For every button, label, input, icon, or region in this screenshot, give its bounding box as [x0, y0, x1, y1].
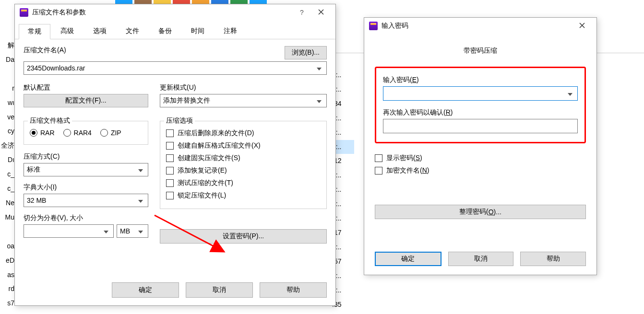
radio-icon — [30, 129, 37, 137]
checkbox-icon — [375, 167, 382, 174]
option-checkbox[interactable]: 锁定压缩文件(L) — [166, 189, 321, 202]
format-radio-zip[interactable]: ZIP — [100, 129, 121, 137]
tab-文件[interactable]: 文件 — [117, 23, 148, 39]
tabs: 常规高级选项文件备份时间注释 — [15, 21, 335, 39]
format-radio-rar[interactable]: RAR — [30, 129, 55, 137]
split-unit-combo[interactable]: MB — [117, 224, 148, 238]
tab-选项[interactable]: 选项 — [84, 23, 116, 39]
options-list: 压缩后删除原来的文件(D)创建自解压格式压缩文件(X)创建固实压缩文件(S)添加… — [166, 127, 321, 202]
archive-params-dialog: 压缩文件名和参数 ? 常规高级选项文件备份时间注释 压缩文件名(A) 浏览(B)… — [14, 4, 336, 306]
dict-label: 字典大小(I) — [24, 183, 148, 192]
tab-常规[interactable]: 常规 — [19, 24, 50, 39]
chevron-down-icon[interactable] — [102, 227, 110, 235]
ok-button[interactable]: 确定 — [112, 282, 179, 298]
archive-name-value: 2345Downloads.rar — [27, 64, 85, 72]
checkbox-icon — [166, 154, 174, 162]
format-radios: RARRAR4ZIP — [30, 129, 142, 137]
radio-icon — [100, 129, 108, 137]
set-password-button[interactable]: 设置密码(P)... — [160, 229, 327, 244]
cancel-button[interactable]: 取消 — [186, 282, 253, 298]
options-group-label: 压缩选项 — [164, 116, 195, 125]
split-label: 切分为分卷(V), 大小 — [24, 214, 148, 222]
help-button[interactable]: 帮助 — [260, 282, 327, 298]
chevron-down-icon[interactable] — [136, 166, 145, 174]
method-combo[interactable]: 标准 — [24, 163, 148, 176]
checkbox-icon — [166, 192, 174, 199]
chevron-down-icon[interactable] — [566, 90, 574, 97]
profiles-button[interactable]: 配置文件(F)... — [24, 94, 148, 107]
default-profile-label: 默认配置 — [24, 83, 148, 92]
cancel-button[interactable]: 取消 — [448, 252, 514, 266]
tab-注释[interactable]: 注释 — [215, 23, 246, 39]
tab-备份[interactable]: 备份 — [149, 23, 181, 39]
close-icon[interactable] — [311, 9, 331, 16]
method-label: 压缩方式(C) — [24, 152, 148, 161]
format-radio-rar4[interactable]: RAR4 — [63, 129, 92, 137]
format-group-label: 压缩文件格式 — [28, 116, 72, 125]
update-mode-label: 更新模式(U) — [160, 83, 327, 92]
checkbox-icon — [166, 129, 174, 137]
password-input[interactable] — [383, 86, 578, 101]
close-icon[interactable] — [572, 22, 592, 30]
chevron-down-icon[interactable] — [136, 197, 145, 204]
help-icon[interactable]: ? — [292, 9, 311, 16]
titlebar: 输入密码 — [364, 18, 596, 34]
archive-name-label: 压缩文件名(A) — [24, 46, 66, 55]
password-heading: 带密码压缩 — [375, 47, 586, 55]
tab-高级[interactable]: 高级 — [51, 23, 83, 39]
annotation-highlight-box: 输入密码(E) 再次输入密码以确认(R) — [375, 67, 586, 143]
archive-name-combo[interactable]: 2345Downloads.rar — [24, 61, 327, 75]
update-mode-combo[interactable]: 添加并替换文件 — [160, 94, 327, 107]
radio-icon — [63, 129, 71, 137]
chevron-down-icon[interactable] — [136, 227, 145, 235]
chevron-down-icon[interactable] — [315, 97, 323, 105]
option-checkbox[interactable]: 添加恢复记录(E) — [166, 164, 321, 177]
dialog-title: 输入密码 — [382, 22, 572, 30]
browse-button[interactable]: 浏览(B)... — [285, 46, 327, 59]
password-dialog: 输入密码 带密码压缩 输入密码(E) 再次输入密码以确认(R) 显示密码(S) — [364, 17, 597, 275]
confirm-password-label: 再次输入密码以确认(R) — [383, 108, 578, 117]
confirm-password-input[interactable] — [383, 119, 578, 133]
encrypt-filenames-checkbox[interactable]: 加密文件名(N) — [375, 164, 586, 177]
dict-combo[interactable]: 32 MB — [24, 194, 148, 207]
winrar-icon — [369, 22, 378, 30]
option-checkbox[interactable]: 创建固实压缩文件(S) — [166, 152, 321, 164]
chevron-down-icon[interactable] — [315, 64, 323, 72]
option-checkbox[interactable]: 测试压缩的文件(T) — [166, 177, 321, 189]
bg-left-fragments: 解 Da r wı ve cy 全济 Dı c_ c_ Ne Mu oa eD … — [0, 38, 14, 314]
option-checkbox[interactable]: 创建自解压格式压缩文件(X) — [166, 140, 321, 152]
split-size-combo[interactable] — [24, 224, 114, 238]
enter-password-label: 输入密码(E) — [383, 76, 578, 84]
show-password-checkbox[interactable]: 显示密码(S) — [375, 152, 586, 164]
checkbox-icon — [166, 142, 174, 150]
titlebar: 压缩文件名和参数 ? — [15, 4, 335, 21]
organize-passwords-button[interactable]: 整理密码(O)... — [375, 205, 586, 219]
checkbox-icon — [166, 167, 174, 174]
ok-button[interactable]: 确定 — [375, 252, 441, 266]
winrar-icon — [20, 8, 28, 17]
tab-时间[interactable]: 时间 — [182, 23, 214, 39]
checkbox-icon — [166, 179, 174, 187]
checkbox-icon — [375, 154, 382, 162]
help-button[interactable]: 帮助 — [520, 252, 586, 266]
option-checkbox[interactable]: 压缩后删除原来的文件(D) — [166, 127, 321, 140]
dialog-title: 压缩文件名和参数 — [32, 8, 292, 17]
